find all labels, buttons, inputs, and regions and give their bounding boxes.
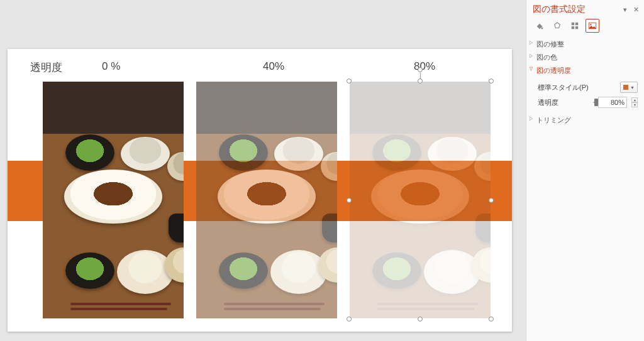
spinner-down[interactable]: ▾ <box>631 102 638 107</box>
svg-rect-1 <box>572 23 574 25</box>
rotate-handle[interactable] <box>418 67 423 72</box>
svg-rect-2 <box>575 23 578 25</box>
label-40pct: 40% <box>263 60 284 73</box>
transparency-presets-button[interactable]: ▼ <box>620 82 638 93</box>
section-picture-transparency[interactable]: 図の透明度 <box>533 64 638 77</box>
section-crop[interactable]: トリミング <box>533 114 638 127</box>
pane-close-button[interactable]: ✕ <box>633 6 639 14</box>
transparency-section-body: 標準スタイル(P) ▼ 透明度 80% ▴ ▾ <box>533 77 638 114</box>
pane-title: 図の書式設定 <box>533 4 586 15</box>
resize-handle-n[interactable] <box>418 78 423 84</box>
pentagon-icon <box>553 21 562 30</box>
preset-label: 標準スタイル(P) <box>538 83 589 92</box>
picture-icon <box>588 21 597 30</box>
slide[interactable]: 透明度 0 % 40% 80% <box>8 49 512 332</box>
transparency-row: 透明度 80% ▴ ▾ <box>538 95 638 110</box>
photo-content <box>196 82 337 318</box>
preset-swatch-icon <box>623 85 628 90</box>
sample-image-0pct[interactable] <box>43 82 184 318</box>
svg-point-6 <box>590 24 591 25</box>
photo-content <box>43 82 184 318</box>
size-grid-icon <box>570 21 579 30</box>
transparency-label: 透明度 <box>538 98 589 107</box>
sample-image-40pct[interactable] <box>196 82 337 318</box>
svg-rect-4 <box>575 26 578 29</box>
preset-row: 標準スタイル(P) ▼ <box>538 80 638 95</box>
effects-tab[interactable] <box>550 19 564 33</box>
pane-category-tabs <box>526 16 644 38</box>
resize-handle-nw[interactable] <box>347 78 352 84</box>
format-picture-pane: 図の書式設定 ▾ ✕ 図の修整 図の色 図の透明度 標準スタイル(P) <box>526 0 644 341</box>
pane-header: 図の書式設定 ▾ ✕ <box>526 0 644 16</box>
resize-handle-e[interactable] <box>489 198 494 203</box>
pane-options-dropdown[interactable]: ▾ <box>623 6 627 14</box>
transparency-value-input[interactable]: 80% <box>598 97 627 108</box>
svg-rect-3 <box>572 26 574 29</box>
resize-handle-w[interactable] <box>347 198 352 203</box>
resize-handle-se[interactable] <box>489 317 494 322</box>
picture-tab[interactable] <box>586 19 599 33</box>
size-properties-tab[interactable] <box>568 19 582 33</box>
svg-rect-0 <box>541 28 543 30</box>
selection-frame[interactable] <box>348 80 492 320</box>
transparency-slider[interactable] <box>593 98 594 107</box>
label-80pct: 80% <box>414 60 435 73</box>
resize-handle-s[interactable] <box>418 317 423 322</box>
transparency-title-text: 透明度 <box>30 60 62 75</box>
section-picture-color[interactable]: 図の色 <box>533 51 638 64</box>
resize-handle-sw[interactable] <box>347 317 352 322</box>
label-row: 透明度 0 % 40% 80% <box>8 60 512 79</box>
pane-body: 図の修整 図の色 図の透明度 標準スタイル(P) ▼ 透明度 80% <box>526 38 644 127</box>
resize-handle-ne[interactable] <box>489 78 494 84</box>
label-0pct: 0 % <box>102 60 120 73</box>
paint-bucket-icon <box>535 21 544 30</box>
slider-thumb[interactable] <box>594 99 598 106</box>
section-picture-corrections[interactable]: 図の修整 <box>533 38 638 51</box>
spinner-up[interactable]: ▴ <box>631 97 638 102</box>
chevron-down-icon: ▼ <box>630 85 635 90</box>
fill-line-tab[interactable] <box>533 19 547 33</box>
transparency-spinner: ▴ ▾ <box>631 97 638 107</box>
editing-canvas[interactable]: 透明度 0 % 40% 80% <box>0 0 526 341</box>
